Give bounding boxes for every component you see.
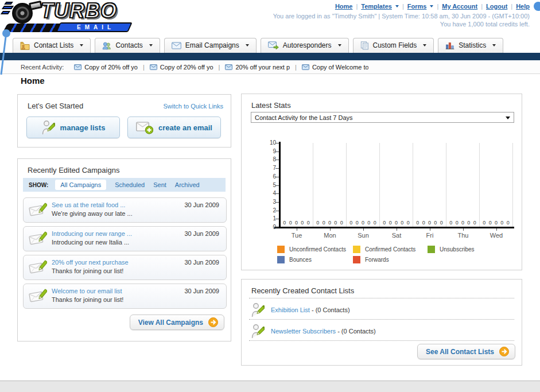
campaign-item[interactable]: Introducing our new range ...Introducing… — [23, 226, 227, 251]
nav-tab-label: Autoresponders — [283, 41, 332, 49]
recent-activity-item[interactable]: Copy of Welcome to — [302, 64, 368, 71]
x-tick — [463, 228, 464, 231]
get-started-panel: Let's Get Started Switch to Quick Links … — [17, 94, 231, 148]
panel-title: Recently Created Contact Lists — [251, 286, 354, 295]
campaign-item[interactable]: 20% off your next purchaseThanks for joi… — [23, 255, 227, 280]
chevron-down-icon — [430, 5, 433, 7]
value-label: 0 — [489, 220, 492, 226]
user-pencil-icon — [251, 324, 265, 339]
get-started-button-create-an-email[interactable]: create an email — [127, 117, 221, 138]
header-link-my-account[interactable]: My Account — [442, 3, 477, 10]
legend-swatch — [353, 256, 360, 263]
envelope-plus-icon — [136, 121, 153, 134]
legend-label: Bounces — [289, 257, 312, 263]
campaign-title-link[interactable]: Introducing our new range ... — [52, 230, 132, 237]
header-link-forms[interactable]: Forms — [407, 3, 427, 10]
y-tick-label: 3 — [266, 199, 276, 205]
x-axis-day: Tue — [280, 228, 313, 239]
campaign-title-link[interactable]: Welcome to our email list — [52, 288, 122, 294]
campaign-title-link[interactable]: 20% off your next purchase — [52, 259, 129, 266]
value-label: 0 — [295, 220, 298, 226]
x-axis-day: Thu — [446, 228, 480, 239]
nav-tab-label: Custom Fields — [373, 41, 417, 49]
panel-title: Recently Edited Campaigns — [28, 166, 119, 174]
recent-activity-item[interactable]: 20% off your next p — [225, 64, 290, 71]
y-tick-label: 0 — [266, 224, 276, 230]
campaign-item[interactable]: See us at the retail food ...We're givin… — [23, 197, 227, 223]
campaign-date: 30 Jun 2009 — [184, 230, 219, 237]
see-all-contact-lists-button[interactable]: See All Contact Lists — [417, 344, 515, 359]
header-link-help[interactable]: Help — [516, 3, 530, 10]
recent-campaigns-panel: Recently Edited Campaigns SHOW: All Camp… — [17, 158, 231, 341]
filter-sent[interactable]: Sent — [153, 181, 166, 188]
filter-all-campaigns[interactable]: All Campaigns — [55, 180, 106, 190]
header-link-templates[interactable]: Templates — [361, 3, 392, 10]
x-tick — [330, 228, 331, 231]
x-axis-day: Wed — [480, 228, 513, 239]
nav-tab-contacts[interactable]: Contacts — [95, 38, 160, 53]
value-label: 0 — [389, 220, 392, 226]
chevron-down-icon — [338, 44, 341, 46]
y-tick — [275, 177, 279, 177]
contact-list-item[interactable]: Newsletter Subscribers - (0 Contacts) — [251, 321, 376, 341]
contact-list-link[interactable]: Newsletter Subscribers — [271, 328, 336, 335]
annotation-pin — [0, 28, 14, 76]
legend-entry: Confirmed Contacts — [353, 244, 428, 254]
nav-tab-label: Contact Lists — [34, 41, 73, 49]
legend-entry: Unsubscribes — [428, 244, 508, 254]
y-tick-label: 6 — [266, 174, 276, 180]
get-started-button-manage-lists[interactable]: manage lists — [26, 117, 120, 138]
nav-tab-statistics[interactable]: Statistics — [438, 38, 503, 53]
legend-entry: Unconfirmed Contacts — [277, 244, 353, 254]
campaign-item[interactable]: Welcome to our email listThanks for join… — [23, 284, 227, 309]
recent-activity-link: Copy of 20% off yo — [160, 64, 213, 71]
contact-list-link[interactable]: Exhibition List — [271, 306, 310, 313]
value-label: 0 — [307, 220, 310, 226]
header-link-home[interactable]: Home — [335, 3, 353, 10]
nav-tab-label: Contacts — [115, 41, 142, 49]
value-label: 0 — [316, 220, 319, 226]
y-tick-label: 4 — [266, 191, 276, 196]
chart-day-group: 00000 — [313, 143, 347, 227]
value-label: 0 — [500, 220, 503, 226]
view-all-campaigns-button[interactable]: View All Campaigns — [130, 315, 224, 330]
annotation-dot — [534, 2, 540, 11]
header-link-logout[interactable]: Logout — [486, 3, 507, 10]
recent-contact-lists-panel: Recently Created Contact Lists Exhibitio… — [241, 279, 522, 366]
envelope-small-icon — [74, 64, 81, 70]
value-label: 0 — [362, 220, 364, 226]
chevron-down-icon — [423, 44, 426, 46]
x-tick — [397, 228, 397, 231]
filter-archived[interactable]: Archived — [175, 181, 200, 188]
nav-tab-label: Statistics — [459, 41, 486, 49]
recent-activity-item[interactable]: Copy of 20% off yo — [74, 64, 138, 71]
value-label: 0 — [383, 220, 386, 226]
nav-tab-contact-lists[interactable]: Contact Lists — [13, 38, 91, 53]
switch-quick-links-link[interactable]: Switch to Quick Links — [163, 103, 223, 110]
y-tick — [275, 211, 279, 211]
chart-zero-labels: 00000 — [313, 220, 346, 226]
campaign-subtitle: Thanks for joining our list! — [52, 267, 123, 274]
campaign-title-link[interactable]: See us at the retail food ... — [52, 201, 125, 208]
filter-scheduled[interactable]: Scheduled — [115, 181, 145, 188]
chart-day-group: 00000 — [480, 143, 513, 227]
chart-day-group: 00000 — [413, 143, 446, 227]
y-tick — [275, 143, 279, 143]
nav-tab-autoresponders[interactable]: Autoresponders — [261, 38, 349, 53]
nav-tab-custom-fields[interactable]: Custom Fields — [353, 38, 434, 53]
panel-title: Let's Get Started — [28, 102, 83, 110]
user-pencil-icon — [251, 302, 265, 318]
nav-tab-email-campaigns[interactable]: Email Campaigns — [164, 38, 257, 53]
legend-swatch — [277, 256, 285, 263]
chart-zero-labels: 00000 — [446, 220, 479, 226]
legend-label: Unsubscribes — [440, 246, 475, 253]
separator: | — [511, 3, 512, 10]
recent-activity-items: Copy of 20% off yo|Copy of 20% off yo|20… — [74, 64, 368, 71]
chart-zero-labels: 00000 — [480, 220, 512, 226]
contact-list-item[interactable]: Exhibition List - (0 Contacts) — [251, 300, 350, 320]
recent-activity-item[interactable]: Copy of 20% off yo — [150, 64, 213, 71]
logo-flame — [2, 6, 14, 9]
chart-day-group: 00000 — [446, 143, 480, 227]
logo-flame — [4, 2, 13, 5]
x-tick — [496, 228, 497, 231]
